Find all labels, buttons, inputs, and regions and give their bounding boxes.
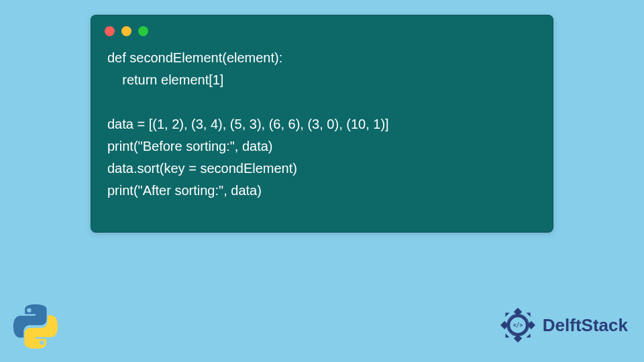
delftstack-icon: </> — [497, 304, 539, 346]
svg-text:</>: </> — [513, 322, 523, 328]
python-logo-icon — [12, 303, 59, 350]
svg-marker-4 — [505, 312, 509, 316]
maximize-icon — [138, 26, 148, 36]
delftstack-logo: </> DelftStack — [497, 304, 628, 346]
svg-marker-6 — [505, 333, 509, 337]
code-block: def secondElement(element): return eleme… — [91, 42, 553, 215]
brand-name: DelftStack — [543, 315, 628, 336]
code-window: def secondElement(element): return eleme… — [91, 15, 553, 233]
minimize-icon — [121, 26, 131, 36]
close-icon — [105, 26, 115, 36]
traffic-lights — [91, 15, 553, 42]
svg-marker-5 — [526, 312, 530, 316]
svg-marker-7 — [526, 333, 530, 337]
